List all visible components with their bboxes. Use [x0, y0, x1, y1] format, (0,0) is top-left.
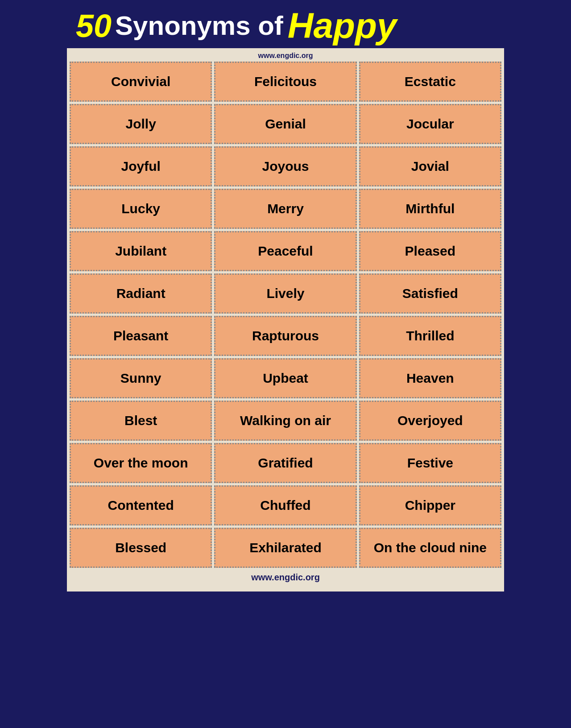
synonym-cell: Radiant [70, 273, 212, 314]
synonym-text: Rapturous [252, 328, 319, 343]
website-top: www.engdic.org [70, 50, 501, 62]
synonym-cell: Gratified [214, 443, 356, 483]
synonym-text: Merry [267, 201, 304, 216]
synonym-text: Joyous [262, 159, 309, 174]
synonym-cell: Jovial [359, 146, 501, 186]
synonym-text: Lucky [121, 201, 160, 216]
synonym-text: Pleased [405, 244, 455, 259]
synonym-text: Overjoyed [397, 413, 463, 428]
synonym-cell: Lucky [70, 189, 212, 229]
header: 50 Synonyms of Happy [67, 0, 504, 48]
synonym-cell: Jolly [70, 104, 212, 144]
synonym-text: Jovial [411, 159, 449, 174]
synonym-text: Pleasant [113, 328, 168, 343]
synonym-text: Exhilarated [249, 540, 322, 555]
synonym-cell: Exhilarated [214, 528, 356, 568]
synonym-cell: Merry [214, 189, 356, 229]
synonym-cell: Genial [214, 104, 356, 144]
website-bottom: www.engdic.org [70, 568, 501, 588]
synonym-text: Genial [265, 116, 306, 132]
synonym-text: Heaven [406, 371, 454, 386]
synonym-cell: Sunny [70, 358, 212, 398]
synonym-cell: Satisfied [359, 273, 501, 314]
synonym-cell: Rapturous [214, 316, 356, 356]
synonym-cell: Blessed [70, 528, 212, 568]
synonym-cell: Peaceful [214, 231, 356, 271]
synonym-cell: Festive [359, 443, 501, 483]
header-synonyms-of: Synonyms of [115, 12, 283, 39]
synonym-cell: Jocular [359, 104, 501, 144]
synonym-text: Convivial [111, 74, 170, 89]
synonym-cell: Chipper [359, 485, 501, 525]
synonym-text: Walking on air [240, 413, 331, 428]
synonym-text: Radiant [116, 286, 166, 301]
synonym-text: Over the moon [94, 455, 188, 471]
synonym-cell: Joyous [214, 146, 356, 186]
synonym-text: Chuffed [260, 498, 310, 513]
synonym-text: Blessed [115, 540, 166, 555]
synonym-text: Jubilant [115, 244, 166, 259]
synonym-text: Thrilled [406, 328, 454, 343]
synonym-text: Peaceful [258, 244, 313, 259]
synonym-text: Sunny [120, 371, 161, 386]
synonym-cell: Convivial [70, 62, 212, 102]
synonym-text: Mirthful [405, 201, 455, 216]
synonym-cell: On the cloud nine [359, 528, 501, 568]
synonym-cell: Walking on air [214, 401, 356, 441]
synonym-text: Felicitous [254, 74, 317, 89]
synonym-text: Contented [108, 498, 174, 513]
synonym-text: Blest [124, 413, 157, 428]
synonyms-grid: ConvivialFelicitousEcstaticJollyGenialJo… [70, 62, 501, 568]
main-container: www.engdic.org ConvivialFelicitousEcstat… [67, 48, 504, 592]
synonym-cell: Lively [214, 273, 356, 314]
synonym-text: Joyful [121, 159, 160, 174]
synonym-cell: Contented [70, 485, 212, 525]
synonym-text: Satisfied [402, 286, 458, 301]
synonym-cell: Thrilled [359, 316, 501, 356]
synonym-text: Jocular [406, 116, 454, 132]
synonym-cell: Blest [70, 401, 212, 441]
header-happy: Happy [288, 8, 397, 44]
synonym-text: Chipper [405, 498, 455, 513]
synonym-text: Ecstatic [405, 74, 456, 89]
synonym-cell: Pleased [359, 231, 501, 271]
synonym-cell: Over the moon [70, 443, 212, 483]
synonym-text: On the cloud nine [374, 540, 487, 555]
synonym-text: Upbeat [263, 371, 308, 386]
synonym-text: Jolly [125, 116, 156, 132]
synonym-cell: Jubilant [70, 231, 212, 271]
header-number: 50 [76, 10, 112, 42]
synonym-cell: Heaven [359, 358, 501, 398]
synonym-cell: Ecstatic [359, 62, 501, 102]
synonym-cell: Pleasant [70, 316, 212, 356]
synonym-text: Gratified [258, 455, 313, 471]
synonym-cell: Overjoyed [359, 401, 501, 441]
synonym-text: Festive [407, 455, 453, 471]
synonym-cell: Mirthful [359, 189, 501, 229]
synonym-cell: Felicitous [214, 62, 356, 102]
synonym-cell: Upbeat [214, 358, 356, 398]
synonym-cell: Chuffed [214, 485, 356, 525]
synonym-text: Lively [266, 286, 304, 301]
synonym-cell: Joyful [70, 146, 212, 186]
